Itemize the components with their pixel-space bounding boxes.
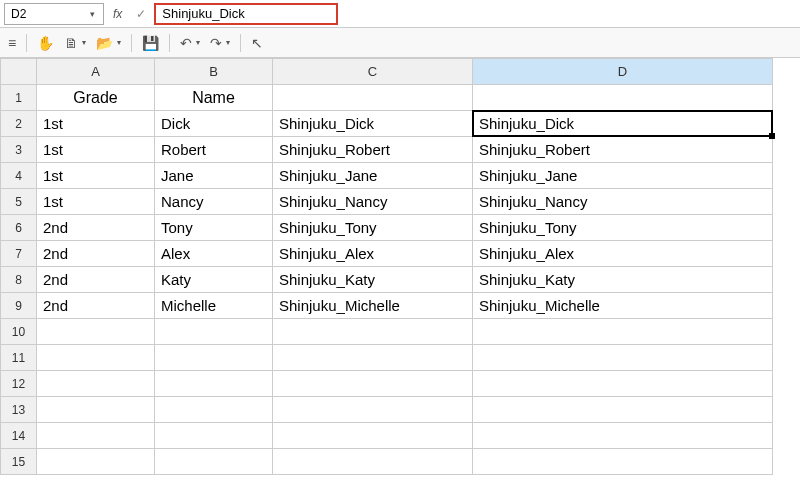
- cell-A7[interactable]: 2nd: [37, 241, 155, 267]
- new-doc-icon[interactable]: 🗎: [64, 35, 78, 51]
- open-dropdown-icon[interactable]: ▾: [117, 38, 121, 47]
- cell-C6[interactable]: Shinjuku_Tony: [273, 215, 473, 241]
- open-icon[interactable]: 📂: [96, 35, 113, 51]
- cell-C8[interactable]: Shinjuku_Katy: [273, 267, 473, 293]
- cell-C15[interactable]: [273, 449, 473, 475]
- cell-B4[interactable]: Jane: [155, 163, 273, 189]
- select-all-corner[interactable]: [1, 59, 37, 85]
- cell-C10[interactable]: [273, 319, 473, 345]
- cell-D9[interactable]: Shinjuku_Michelle: [473, 293, 773, 319]
- column-header-A[interactable]: A: [37, 59, 155, 85]
- column-header-B[interactable]: B: [155, 59, 273, 85]
- row-header-5[interactable]: 5: [1, 189, 37, 215]
- cell-C9[interactable]: Shinjuku_Michelle: [273, 293, 473, 319]
- cell-A9[interactable]: 2nd: [37, 293, 155, 319]
- cell-A10[interactable]: [37, 319, 155, 345]
- row-header-13[interactable]: 13: [1, 397, 37, 423]
- cell-D6[interactable]: Shinjuku_Tony: [473, 215, 773, 241]
- cell-D2[interactable]: Shinjuku_Dick: [473, 111, 773, 137]
- cell-B11[interactable]: [155, 345, 273, 371]
- row-header-6[interactable]: 6: [1, 215, 37, 241]
- cell-A5[interactable]: 1st: [37, 189, 155, 215]
- cell-C3[interactable]: Shinjuku_Robert: [273, 137, 473, 163]
- cell-B8[interactable]: Katy: [155, 267, 273, 293]
- cell-C11[interactable]: [273, 345, 473, 371]
- cell-B3[interactable]: Robert: [155, 137, 273, 163]
- separator: [26, 34, 27, 52]
- accept-icon[interactable]: ✓: [132, 7, 150, 21]
- cell-D12[interactable]: [473, 371, 773, 397]
- cell-D4[interactable]: Shinjuku_Jane: [473, 163, 773, 189]
- row-header-15[interactable]: 15: [1, 449, 37, 475]
- cell-D1[interactable]: [473, 85, 773, 111]
- cell-B5[interactable]: Nancy: [155, 189, 273, 215]
- row-header-2[interactable]: 2: [1, 111, 37, 137]
- row-header-9[interactable]: 9: [1, 293, 37, 319]
- save-icon[interactable]: 💾: [142, 35, 159, 51]
- cell-B7[interactable]: Alex: [155, 241, 273, 267]
- row: 92ndMichelleShinjuku_MichelleShinjuku_Mi…: [1, 293, 773, 319]
- cell-B13[interactable]: [155, 397, 273, 423]
- cell-D3[interactable]: Shinjuku_Robert: [473, 137, 773, 163]
- column-header-C[interactable]: C: [273, 59, 473, 85]
- cell-B2[interactable]: Dick: [155, 111, 273, 137]
- pointer-icon[interactable]: ↖: [251, 35, 263, 51]
- cell-A2[interactable]: 1st: [37, 111, 155, 137]
- menu-icon[interactable]: ≡: [8, 35, 16, 51]
- cell-B6[interactable]: Tony: [155, 215, 273, 241]
- cell-C13[interactable]: [273, 397, 473, 423]
- cell-C1[interactable]: [273, 85, 473, 111]
- cell-D8[interactable]: Shinjuku_Katy: [473, 267, 773, 293]
- cell-D14[interactable]: [473, 423, 773, 449]
- cell-A3[interactable]: 1st: [37, 137, 155, 163]
- cell-A13[interactable]: [37, 397, 155, 423]
- cell-A1[interactable]: Grade: [37, 85, 155, 111]
- row-header-12[interactable]: 12: [1, 371, 37, 397]
- name-box-dropdown-icon[interactable]: ▾: [90, 9, 95, 19]
- hand-icon[interactable]: ✋: [37, 35, 54, 51]
- cell-A12[interactable]: [37, 371, 155, 397]
- cell-A4[interactable]: 1st: [37, 163, 155, 189]
- undo-icon[interactable]: ↶: [180, 35, 192, 51]
- cell-B15[interactable]: [155, 449, 273, 475]
- row-header-1[interactable]: 1: [1, 85, 37, 111]
- row-header-4[interactable]: 4: [1, 163, 37, 189]
- row-header-3[interactable]: 3: [1, 137, 37, 163]
- cell-D11[interactable]: [473, 345, 773, 371]
- undo-dropdown-icon[interactable]: ▾: [196, 38, 200, 47]
- cell-C2[interactable]: Shinjuku_Dick: [273, 111, 473, 137]
- cell-C5[interactable]: Shinjuku_Nancy: [273, 189, 473, 215]
- row-header-7[interactable]: 7: [1, 241, 37, 267]
- row-header-10[interactable]: 10: [1, 319, 37, 345]
- cell-B14[interactable]: [155, 423, 273, 449]
- row-header-8[interactable]: 8: [1, 267, 37, 293]
- cell-A14[interactable]: [37, 423, 155, 449]
- cell-A6[interactable]: 2nd: [37, 215, 155, 241]
- row-header-14[interactable]: 14: [1, 423, 37, 449]
- cell-D13[interactable]: [473, 397, 773, 423]
- cell-A8[interactable]: 2nd: [37, 267, 155, 293]
- cell-C4[interactable]: Shinjuku_Jane: [273, 163, 473, 189]
- redo-dropdown-icon[interactable]: ▾: [226, 38, 230, 47]
- new-doc-dropdown-icon[interactable]: ▾: [82, 38, 86, 47]
- cell-D15[interactable]: [473, 449, 773, 475]
- cell-B12[interactable]: [155, 371, 273, 397]
- fx-icon[interactable]: fx: [107, 7, 128, 21]
- cell-D7[interactable]: Shinjuku_Alex: [473, 241, 773, 267]
- cell-C14[interactable]: [273, 423, 473, 449]
- cell-D10[interactable]: [473, 319, 773, 345]
- cell-A11[interactable]: [37, 345, 155, 371]
- row: 11: [1, 345, 773, 371]
- cell-B9[interactable]: Michelle: [155, 293, 273, 319]
- cell-B1[interactable]: Name: [155, 85, 273, 111]
- cell-B10[interactable]: [155, 319, 273, 345]
- cell-A15[interactable]: [37, 449, 155, 475]
- cell-D5[interactable]: Shinjuku_Nancy: [473, 189, 773, 215]
- row-header-11[interactable]: 11: [1, 345, 37, 371]
- cell-C7[interactable]: Shinjuku_Alex: [273, 241, 473, 267]
- formula-input[interactable]: [162, 6, 330, 21]
- cell-C12[interactable]: [273, 371, 473, 397]
- name-box[interactable]: [4, 3, 104, 25]
- redo-icon[interactable]: ↷: [210, 35, 222, 51]
- column-header-D[interactable]: D: [473, 59, 773, 85]
